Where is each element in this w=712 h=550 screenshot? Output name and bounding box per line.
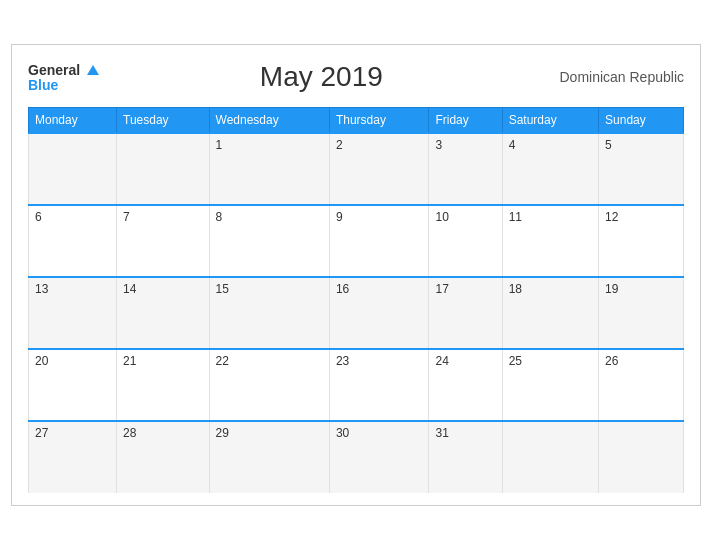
header-sunday: Sunday [599, 108, 684, 134]
calendar-day-cell: 18 [502, 277, 598, 349]
calendar-region: Dominican Republic [544, 69, 684, 85]
calendar-table: Monday Tuesday Wednesday Thursday Friday… [28, 107, 684, 493]
calendar-week-row: 20212223242526 [29, 349, 684, 421]
calendar-day-cell: 31 [429, 421, 502, 493]
day-number: 12 [605, 210, 618, 224]
day-number: 13 [35, 282, 48, 296]
calendar-header: General Blue May 2019 Dominican Republic [28, 61, 684, 94]
calendar-day-cell [117, 133, 210, 205]
calendar-day-cell: 27 [29, 421, 117, 493]
day-number: 20 [35, 354, 48, 368]
calendar-day-cell [502, 421, 598, 493]
day-number: 5 [605, 138, 612, 152]
header-wednesday: Wednesday [209, 108, 329, 134]
day-number: 9 [336, 210, 343, 224]
calendar-day-cell: 24 [429, 349, 502, 421]
day-number: 29 [216, 426, 229, 440]
calendar-day-cell: 23 [329, 349, 429, 421]
day-number: 2 [336, 138, 343, 152]
calendar-week-row: 6789101112 [29, 205, 684, 277]
calendar-day-cell: 22 [209, 349, 329, 421]
calendar-day-cell: 26 [599, 349, 684, 421]
calendar-day-cell: 29 [209, 421, 329, 493]
day-number: 23 [336, 354, 349, 368]
header-tuesday: Tuesday [117, 108, 210, 134]
calendar-day-cell: 15 [209, 277, 329, 349]
logo-general: General [28, 61, 99, 79]
calendar-day-cell: 7 [117, 205, 210, 277]
calendar-day-cell: 17 [429, 277, 502, 349]
calendar-day-cell: 12 [599, 205, 684, 277]
calendar-day-cell: 13 [29, 277, 117, 349]
calendar-body: 1234567891011121314151617181920212223242… [29, 133, 684, 493]
logo-triangle-icon [87, 65, 99, 75]
day-number: 10 [435, 210, 448, 224]
calendar-week-row: 2728293031 [29, 421, 684, 493]
calendar-day-cell [29, 133, 117, 205]
calendar-day-cell: 21 [117, 349, 210, 421]
day-number: 11 [509, 210, 522, 224]
day-number: 19 [605, 282, 618, 296]
calendar-day-cell: 9 [329, 205, 429, 277]
calendar-day-cell: 5 [599, 133, 684, 205]
day-number: 3 [435, 138, 442, 152]
calendar-container: General Blue May 2019 Dominican Republic… [11, 44, 701, 507]
day-number: 31 [435, 426, 448, 440]
day-number: 15 [216, 282, 229, 296]
calendar-title: May 2019 [99, 61, 544, 93]
day-number: 21 [123, 354, 136, 368]
calendar-day-cell: 28 [117, 421, 210, 493]
day-number: 6 [35, 210, 42, 224]
logo-blue-text: Blue [28, 78, 99, 93]
logo-general-text: General [28, 62, 80, 78]
calendar-day-cell: 10 [429, 205, 502, 277]
day-number: 22 [216, 354, 229, 368]
calendar-day-cell: 6 [29, 205, 117, 277]
calendar-day-cell: 16 [329, 277, 429, 349]
logo: General Blue [28, 61, 99, 94]
weekday-header-row: Monday Tuesday Wednesday Thursday Friday… [29, 108, 684, 134]
day-number: 8 [216, 210, 223, 224]
calendar-week-row: 13141516171819 [29, 277, 684, 349]
day-number: 4 [509, 138, 516, 152]
day-number: 7 [123, 210, 130, 224]
header-saturday: Saturday [502, 108, 598, 134]
day-number: 28 [123, 426, 136, 440]
day-number: 1 [216, 138, 223, 152]
day-number: 25 [509, 354, 522, 368]
calendar-day-cell: 2 [329, 133, 429, 205]
calendar-day-cell: 8 [209, 205, 329, 277]
day-number: 18 [509, 282, 522, 296]
calendar-day-cell: 4 [502, 133, 598, 205]
day-number: 16 [336, 282, 349, 296]
day-number: 27 [35, 426, 48, 440]
calendar-day-cell: 19 [599, 277, 684, 349]
day-number: 17 [435, 282, 448, 296]
header-monday: Monday [29, 108, 117, 134]
calendar-day-cell: 25 [502, 349, 598, 421]
calendar-day-cell: 14 [117, 277, 210, 349]
day-number: 30 [336, 426, 349, 440]
header-friday: Friday [429, 108, 502, 134]
calendar-day-cell [599, 421, 684, 493]
day-number: 14 [123, 282, 136, 296]
calendar-day-cell: 30 [329, 421, 429, 493]
calendar-day-cell: 20 [29, 349, 117, 421]
calendar-week-row: 12345 [29, 133, 684, 205]
day-number: 24 [435, 354, 448, 368]
header-thursday: Thursday [329, 108, 429, 134]
calendar-day-cell: 11 [502, 205, 598, 277]
calendar-day-cell: 3 [429, 133, 502, 205]
calendar-day-cell: 1 [209, 133, 329, 205]
day-number: 26 [605, 354, 618, 368]
